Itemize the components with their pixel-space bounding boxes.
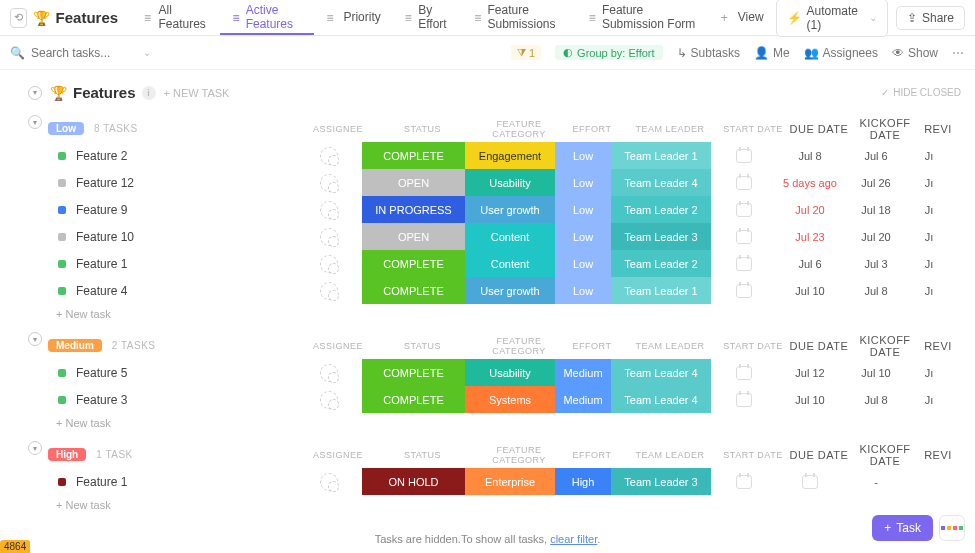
effort-badge[interactable]: Low bbox=[555, 250, 611, 277]
leader-badge[interactable]: Team Leader 1 bbox=[611, 142, 711, 169]
clear-filter-link[interactable]: clear filter bbox=[550, 533, 597, 545]
status-badge[interactable]: COMPLETE bbox=[362, 277, 465, 304]
review-date[interactable]: Jı bbox=[909, 277, 949, 304]
chevron-down-icon[interactable]: ⌄ bbox=[143, 47, 151, 58]
collapse-all-icon[interactable]: ▾ bbox=[28, 86, 42, 100]
leader-badge[interactable]: Team Leader 4 bbox=[611, 386, 711, 413]
effort-badge[interactable]: Medium bbox=[555, 386, 611, 413]
col-assignee[interactable]: ASSIGNEE bbox=[305, 115, 371, 142]
status-badge[interactable]: IN PROGRESS bbox=[362, 196, 465, 223]
assignee-avatar[interactable] bbox=[320, 391, 338, 409]
assignee-avatar[interactable] bbox=[320, 228, 338, 246]
status-badge[interactable]: ON HOLD bbox=[362, 468, 465, 495]
col-effort[interactable]: EFFORT bbox=[564, 115, 620, 142]
col-start[interactable]: START DATE bbox=[720, 115, 786, 142]
due-date[interactable]: Jul 10 bbox=[777, 386, 843, 413]
col-category[interactable]: FEATURE CATEGORY bbox=[474, 332, 564, 359]
calendar-icon[interactable] bbox=[736, 176, 752, 190]
task-row[interactable]: Feature 1ON HOLDEnterpriseHighTeam Leade… bbox=[0, 468, 975, 495]
col-effort[interactable]: EFFORT bbox=[564, 441, 620, 468]
me-toggle[interactable]: 👤Me bbox=[754, 46, 790, 60]
task-row[interactable]: Feature 1COMPLETEContentLowTeam Leader 2… bbox=[0, 250, 975, 277]
kickoff-date[interactable]: Jul 3 bbox=[843, 250, 909, 277]
group-collapse-icon[interactable]: ▾ bbox=[28, 332, 42, 346]
status-badge[interactable]: OPEN bbox=[362, 169, 465, 196]
kickoff-date[interactable]: Jul 8 bbox=[843, 386, 909, 413]
kickoff-date[interactable]: Jul 18 bbox=[843, 196, 909, 223]
review-date[interactable]: Jı bbox=[909, 169, 949, 196]
hide-closed-toggle[interactable]: ✓ HIDE CLOSED bbox=[881, 87, 961, 98]
leader-badge[interactable]: Team Leader 2 bbox=[611, 250, 711, 277]
col-due[interactable]: DUE DATE bbox=[786, 332, 852, 359]
category-badge[interactable]: User growth bbox=[465, 277, 555, 304]
assignee-avatar[interactable] bbox=[320, 282, 338, 300]
subtasks-toggle[interactable]: ↳Subtasks bbox=[677, 46, 740, 60]
status-badge[interactable]: COMPLETE bbox=[362, 250, 465, 277]
due-date[interactable]: Jul 6 bbox=[777, 250, 843, 277]
assignee-avatar[interactable] bbox=[320, 364, 338, 382]
leader-badge[interactable]: Team Leader 4 bbox=[611, 359, 711, 386]
apps-button[interactable] bbox=[939, 515, 965, 541]
status-badge[interactable]: COMPLETE bbox=[362, 142, 465, 169]
col-category[interactable]: FEATURE CATEGORY bbox=[474, 441, 564, 468]
col-start[interactable]: START DATE bbox=[720, 332, 786, 359]
info-icon[interactable]: i bbox=[142, 86, 156, 100]
kickoff-date[interactable]: - bbox=[843, 468, 909, 495]
effort-badge[interactable]: Low bbox=[555, 223, 611, 250]
tab-priority[interactable]: ≡Priority bbox=[314, 0, 392, 35]
group-pill[interactable]: Medium bbox=[48, 339, 102, 352]
leader-badge[interactable]: Team Leader 1 bbox=[611, 277, 711, 304]
review-date[interactable]: Jı bbox=[909, 250, 949, 277]
review-date[interactable]: Jı bbox=[909, 223, 949, 250]
calendar-icon[interactable] bbox=[736, 366, 752, 380]
status-badge[interactable]: COMPLETE bbox=[362, 359, 465, 386]
tab-active-features[interactable]: ≡Active Features bbox=[220, 0, 314, 35]
calendar-icon[interactable] bbox=[736, 475, 752, 489]
due-date[interactable]: Jul 8 bbox=[777, 142, 843, 169]
effort-badge[interactable]: Low bbox=[555, 277, 611, 304]
kickoff-date[interactable]: Jul 26 bbox=[843, 169, 909, 196]
col-status[interactable]: STATUS bbox=[371, 115, 474, 142]
kickoff-date[interactable]: Jul 8 bbox=[843, 277, 909, 304]
effort-badge[interactable]: Medium bbox=[555, 359, 611, 386]
task-row[interactable]: Feature 2COMPLETEEngagementLowTeam Leade… bbox=[0, 142, 975, 169]
col-status[interactable]: STATUS bbox=[371, 441, 474, 468]
col-kickoff[interactable]: KICKOFF DATE bbox=[852, 332, 918, 359]
col-start[interactable]: START DATE bbox=[720, 441, 786, 468]
category-badge[interactable]: Engagement bbox=[465, 142, 555, 169]
task-row[interactable]: Feature 5COMPLETEUsabilityMediumTeam Lea… bbox=[0, 359, 975, 386]
category-badge[interactable]: Systems bbox=[465, 386, 555, 413]
calendar-icon[interactable] bbox=[736, 203, 752, 217]
task-row[interactable]: Feature 4COMPLETEUser growthLowTeam Lead… bbox=[0, 277, 975, 304]
col-status[interactable]: STATUS bbox=[371, 332, 474, 359]
search-input[interactable] bbox=[31, 46, 131, 60]
share-button[interactable]: ⇪ Share bbox=[896, 6, 965, 30]
kickoff-date[interactable]: Jul 20 bbox=[843, 223, 909, 250]
col-review[interactable]: REVI bbox=[918, 441, 958, 468]
col-assignee[interactable]: ASSIGNEE bbox=[305, 332, 371, 359]
calendar-icon[interactable] bbox=[736, 230, 752, 244]
col-review[interactable]: REVI bbox=[918, 332, 958, 359]
group-collapse-icon[interactable]: ▾ bbox=[28, 115, 42, 129]
new-task-row[interactable]: + New task bbox=[0, 304, 975, 324]
col-effort[interactable]: EFFORT bbox=[564, 332, 620, 359]
calendar-icon[interactable] bbox=[736, 149, 752, 163]
task-row[interactable]: Feature 9IN PROGRESSUser growthLowTeam L… bbox=[0, 196, 975, 223]
category-badge[interactable]: Usability bbox=[465, 169, 555, 196]
leader-badge[interactable]: Team Leader 3 bbox=[611, 468, 711, 495]
task-row[interactable]: Feature 10OPENContentLowTeam Leader 3Jul… bbox=[0, 223, 975, 250]
review-date[interactable]: Jı bbox=[909, 142, 949, 169]
category-badge[interactable]: Usability bbox=[465, 359, 555, 386]
effort-badge[interactable]: Low bbox=[555, 142, 611, 169]
review-date[interactable]: Jı bbox=[909, 359, 949, 386]
breadcrumb[interactable]: 🏆 Features bbox=[33, 9, 119, 26]
calendar-icon[interactable] bbox=[736, 257, 752, 271]
col-leader[interactable]: TEAM LEADER bbox=[620, 441, 720, 468]
kickoff-date[interactable]: Jul 6 bbox=[843, 142, 909, 169]
tab-all-features[interactable]: ≡All Features bbox=[132, 0, 220, 35]
category-badge[interactable]: Content bbox=[465, 223, 555, 250]
effort-badge[interactable]: High bbox=[555, 468, 611, 495]
due-date[interactable]: Jul 23 bbox=[777, 223, 843, 250]
task-row[interactable]: Feature 12OPENUsabilityLowTeam Leader 45… bbox=[0, 169, 975, 196]
effort-badge[interactable]: Low bbox=[555, 169, 611, 196]
